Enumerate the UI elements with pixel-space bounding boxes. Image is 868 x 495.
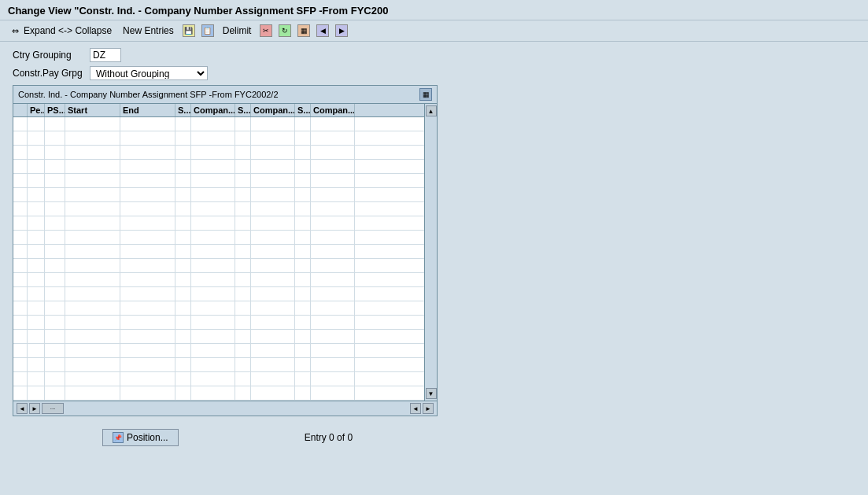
table-row[interactable]: [13, 372, 424, 386]
table-row[interactable]: [13, 174, 424, 188]
header-comp3: Compan...: [311, 104, 355, 116]
constr-pay-grpg-label: Constr.Pay Grpg: [13, 68, 83, 79]
nav-left-button[interactable]: ◄: [17, 403, 28, 414]
copy-icon[interactable]: 📋: [201, 24, 214, 37]
table-wrapper: Pe... PS... Start End S... Compan... S..…: [13, 104, 437, 401]
table-row[interactable]: [13, 117, 424, 131]
table-body: [13, 117, 424, 401]
header-pe: Pe...: [28, 104, 45, 116]
nav-left2-button[interactable]: ◄: [410, 403, 421, 414]
table-row[interactable]: [13, 216, 424, 231]
table-settings-icon[interactable]: ▦: [419, 88, 432, 101]
table-row[interactable]: [13, 231, 424, 245]
table-row[interactable]: [13, 301, 424, 316]
table-row[interactable]: [13, 330, 424, 344]
table-bottom-bar: ◄ ► ··· ◄ ►: [13, 401, 437, 416]
header-s2: S...: [235, 104, 251, 116]
table-row[interactable]: [13, 245, 424, 259]
expand-icon: ⇔: [9, 24, 21, 37]
table-header: Pe... PS... Start End S... Compan... S..…: [13, 104, 424, 117]
position-button-label: Position...: [127, 432, 168, 443]
expand-collapse-button[interactable]: ⇔ Expand <-> Collapse: [6, 24, 114, 38]
delimit-button[interactable]: Delimit: [220, 24, 254, 37]
table-row[interactable]: [13, 287, 424, 301]
bottom-right-nav: ◄ ►: [410, 403, 434, 414]
table-row[interactable]: [13, 386, 424, 401]
nav-right2-button[interactable]: ►: [423, 403, 434, 414]
new-entries-label: New Entries: [123, 25, 174, 36]
scroll-up-button[interactable]: ▲: [426, 105, 437, 116]
form-area: Ctry Grouping Constr.Pay Grpg Without Gr…: [0, 42, 868, 85]
ctry-grouping-input[interactable]: [90, 48, 121, 62]
table-row[interactable]: [13, 188, 424, 202]
main-content: Constr. Ind. - Company Number Assignment…: [0, 85, 868, 416]
header-comp2: Compan...: [251, 104, 295, 116]
constr-pay-grpg-row: Constr.Pay Grpg Without Grouping With Gr…: [13, 66, 855, 80]
save-icon[interactable]: 💾: [183, 24, 195, 37]
footer-area: 📌 Position... Entry 0 of 0: [0, 416, 868, 446]
delimit-icon[interactable]: ✂: [260, 24, 272, 37]
table-right-scrollbar: ▲ ▼: [424, 104, 437, 401]
scroll-down-button[interactable]: ▼: [426, 388, 437, 399]
page-title: Change View "Constr. Ind. - Company Numb…: [8, 5, 388, 17]
next-icon[interactable]: ▶: [335, 24, 348, 37]
header-start: Start: [65, 104, 120, 116]
cols-icon[interactable]: ▦: [297, 24, 310, 37]
toolbar: ⇔ Expand <-> Collapse New Entries 💾 📋 De…: [0, 20, 868, 42]
table-row[interactable]: [13, 160, 424, 174]
table-row[interactable]: [13, 273, 424, 287]
nav-right-button[interactable]: ►: [29, 403, 40, 414]
table-row[interactable]: [13, 131, 424, 146]
ctry-grouping-label: Ctry Grouping: [13, 50, 83, 61]
bottom-nav: ◄ ► ···: [17, 403, 64, 414]
table-row[interactable]: [13, 202, 424, 216]
nav-dots-button[interactable]: ···: [42, 403, 64, 414]
table-row[interactable]: [13, 344, 424, 358]
table-row[interactable]: [13, 358, 424, 372]
table-row[interactable]: [13, 259, 424, 273]
header-end: End: [120, 104, 175, 116]
new-entries-button[interactable]: New Entries: [120, 24, 176, 37]
prev-icon[interactable]: ◀: [316, 24, 329, 37]
table-container: Constr. Ind. - Company Number Assignment…: [13, 85, 438, 416]
refresh-icon[interactable]: ↻: [279, 24, 291, 37]
header-s3: S...: [295, 104, 311, 116]
delimit-label: Delimit: [223, 25, 252, 36]
header-check: [13, 104, 28, 116]
header-s1: S...: [175, 104, 191, 116]
constr-pay-grpg-select[interactable]: Without Grouping With Grouping: [90, 66, 208, 80]
table-title: Constr. Ind. - Company Number Assignment…: [13, 86, 437, 104]
position-icon: 📌: [113, 432, 124, 443]
table-data-area: Pe... PS... Start End S... Compan... S..…: [13, 104, 424, 401]
position-button[interactable]: 📌 Position...: [102, 429, 179, 446]
title-bar: Change View "Constr. Ind. - Company Numb…: [0, 0, 868, 20]
ctry-grouping-row: Ctry Grouping: [13, 48, 855, 62]
table-title-text: Constr. Ind. - Company Number Assignment…: [18, 90, 279, 99]
entry-count-text: Entry 0 of 0: [305, 432, 353, 443]
expand-collapse-label: Expand <-> Collapse: [24, 25, 112, 36]
header-comp1: Compan...: [191, 104, 235, 116]
header-ps: PS...: [45, 104, 65, 116]
table-row[interactable]: [13, 146, 424, 160]
table-row[interactable]: [13, 316, 424, 330]
